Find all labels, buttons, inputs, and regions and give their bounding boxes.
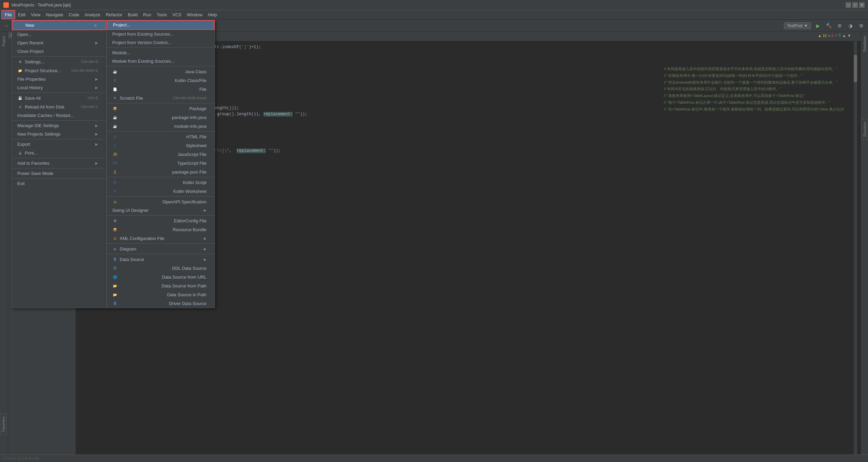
submenu-data-source-in-path[interactable]: 📂 Data Source in Path	[107, 290, 215, 299]
menu-item-new[interactable]: New ▶	[12, 20, 106, 30]
menu-vcs[interactable]: VCS	[170, 10, 184, 19]
menu-item-new-projects[interactable]: New Projects Settings ▶	[12, 130, 106, 138]
submenu-javascript[interactable]: JS JavaScript File	[107, 150, 215, 159]
menu-file[interactable]: File	[1, 10, 15, 19]
js-icon: JS	[112, 152, 118, 157]
close-button[interactable]: ✕	[859, 2, 865, 8]
menu-item-print[interactable]: 🖨 Print...	[12, 148, 106, 157]
export-arrow: ▶	[95, 142, 98, 146]
menu-analyze[interactable]: Analyze	[82, 10, 103, 19]
submenu-package-json[interactable]: {} package.json File	[107, 167, 215, 176]
sep-2	[12, 93, 106, 93]
menu-code[interactable]: Code	[66, 10, 82, 19]
structure-tab[interactable]: Structure	[861, 119, 868, 140]
run-config-selector[interactable]: TestPost ▼	[784, 22, 811, 29]
vertical-scrollbar[interactable]	[854, 41, 857, 455]
menu-item-power-save[interactable]: Power Save Mode	[12, 169, 106, 178]
submenu-xml-config[interactable]: ⊡ XML Configuration File ▶	[107, 234, 215, 243]
menu-item-exit[interactable]: Exit	[12, 179, 106, 188]
coverage-button[interactable]: ◑	[846, 22, 854, 30]
maximize-button[interactable]: □	[852, 2, 858, 8]
menu-window[interactable]: Window	[184, 10, 205, 19]
build-button[interactable]: 🔨	[825, 22, 833, 30]
menu-item-project-structure[interactable]: 📁 Project Structure... Ctrl+Alt+Shift+S	[12, 66, 106, 75]
submenu-data-source-path[interactable]: 📂 Data Source from Path	[107, 281, 215, 290]
submenu-scratch[interactable]: ✎ Scratch File Ctrl+Alt+Shift+Insert	[107, 94, 215, 102]
submenu-kotlin-script[interactable]: K Kotlin Script	[107, 178, 215, 187]
menu-help[interactable]: Help	[205, 10, 220, 19]
submenu-openapi[interactable]: ◎ OpenAPI Specification	[107, 197, 215, 206]
submenu-module[interactable]: Module...	[107, 48, 215, 57]
power-save-label: Power Save Mode	[17, 171, 53, 176]
menu-tools[interactable]: Tools	[154, 10, 170, 19]
kotlin-script-label: Kotlin Script	[183, 180, 206, 185]
menu-view[interactable]: View	[28, 10, 43, 19]
submenu-java-class[interactable]: ☕ Java Class	[107, 67, 215, 76]
menu-run[interactable]: Run	[140, 10, 154, 19]
debug-button[interactable]: ⚙	[835, 22, 844, 30]
submenu-data-source[interactable]: 🗄 Data Source ▶	[107, 255, 215, 264]
menu-item-close[interactable]: Close Project	[12, 47, 106, 56]
menu-build[interactable]: Build	[125, 10, 140, 19]
ddl-icon: D	[112, 265, 118, 271]
menu-item-invalidate[interactable]: Invalidate Caches / Restart...	[12, 111, 106, 120]
submenu-package[interactable]: 📦 Package	[107, 104, 215, 113]
submenu-package-info[interactable]: ☕ package-info.java	[107, 113, 215, 122]
favorites-tab[interactable]: Favorites	[0, 414, 7, 435]
submenu-module-info[interactable]: ☕ module-info.java	[107, 122, 215, 130]
submenu-ddl-data-source[interactable]: D DDL Data Source	[107, 264, 215, 273]
ts-icon: TS	[112, 160, 118, 166]
submenu-html[interactable]: ⬡ HTML File	[107, 132, 215, 141]
run-button[interactable]: ▶	[814, 22, 822, 30]
menu-item-export[interactable]: Export ▶	[12, 140, 106, 148]
scrollbar-thumb[interactable]	[854, 55, 857, 82]
comment-6: // "每个<TableRow 标记占用一行,由于<TableRow 标记也是容…	[664, 99, 850, 106]
expand-warnings[interactable]: ▲	[842, 34, 846, 38]
minimize-button[interactable]: ─	[846, 2, 851, 8]
submenu-diagram[interactable]: ◈ Diagram ▶	[107, 244, 215, 253]
kotlin-script-icon: K	[112, 180, 118, 185]
save-all-label: Save All	[25, 96, 41, 101]
submenu-project[interactable]: Project...	[107, 20, 215, 30]
submenu-file[interactable]: 📄 File	[107, 85, 215, 94]
settings-toolbar-button[interactable]: ⚙	[857, 22, 865, 30]
file-icon: 📄	[112, 86, 118, 92]
error-count: ● 3	[828, 34, 833, 38]
submenu-resource-bundle[interactable]: 📦 Resource Bundle	[107, 225, 215, 234]
submenu-kotlin-class[interactable]: K Kotlin Class/File	[107, 76, 215, 85]
swing-arrow: ▶	[204, 208, 206, 212]
menu-item-add-favorites[interactable]: Add to Favorites ▶	[12, 159, 106, 167]
open-recent-label: Open Recent	[17, 40, 43, 45]
submenu-project-vcs[interactable]: Project from Version Control...	[107, 38, 215, 47]
submenu-project-existing[interactable]: Project from Existing Sources...	[107, 30, 215, 38]
menu-navigate[interactable]: Navigate	[43, 10, 66, 19]
kotlin-worksheet-label: Kotlin Worksheet	[173, 189, 206, 194]
menu-item-reload[interactable]: ↺ Reload All from Disk Ctrl+Alt+Y	[12, 102, 106, 111]
export-label: Export	[17, 142, 30, 147]
submenu-editorconfig[interactable]: ⚙ EditorConfig File	[107, 216, 215, 225]
java-class-icon: ☕	[112, 69, 118, 74]
module-existing-label: Module from Existing Sources...	[112, 59, 175, 64]
menu-item-file-properties[interactable]: File Properties ▶	[12, 75, 106, 83]
submenu-swing[interactable]: Swing UI Designer ▶	[107, 206, 215, 215]
window-controls[interactable]: ─ □ ✕	[846, 2, 865, 8]
reload-content: ↺ Reload All from Disk	[17, 104, 64, 109]
window-title: IdeaProjects - TestPost.java [api]	[12, 3, 71, 7]
file-props-arrow: ▶	[95, 77, 98, 81]
submenu-typescript[interactable]: TS TypeScript File	[107, 159, 215, 167]
database-tab[interactable]: Database	[862, 32, 868, 56]
menu-item-open-recent[interactable]: Open Recent ▶	[12, 39, 106, 47]
menu-item-save-all[interactable]: 💾 Save All Ctrl+S	[12, 94, 106, 102]
menu-item-manage-ide[interactable]: Manage IDE Settings ▶	[12, 121, 106, 130]
menu-edit[interactable]: Edit	[15, 10, 28, 19]
menu-item-open[interactable]: Open...	[12, 30, 106, 39]
menu-item-settings[interactable]: ⚙ Settings... Ctrl+Alt+S	[12, 57, 106, 66]
menu-refactor[interactable]: Refactor	[103, 10, 125, 19]
submenu-data-source-url[interactable]: 🌐 Data Source from URL	[107, 273, 215, 281]
collapse-warnings[interactable]: ▼	[847, 34, 851, 38]
submenu-stylesheet[interactable]: # Stylesheet	[107, 141, 215, 150]
submenu-kotlin-worksheet[interactable]: K Kotlin Worksheet	[107, 187, 215, 196]
submenu-driver-data-source[interactable]: 🗄 Driver Data Source	[107, 299, 215, 308]
menu-item-local-history[interactable]: Local History ▶	[12, 83, 106, 92]
submenu-module-existing[interactable]: Module from Existing Sources...	[107, 57, 215, 65]
